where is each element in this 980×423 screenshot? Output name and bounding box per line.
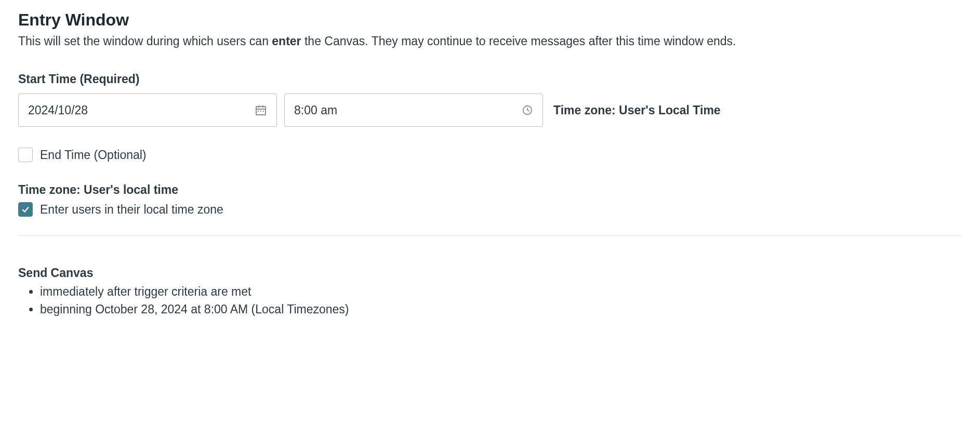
start-time-value: 8:00 am	[294, 103, 522, 117]
send-canvas-item: beginning October 28, 2024 at 8:00 AM (L…	[40, 301, 962, 318]
start-time-input[interactable]: 8:00 am	[284, 94, 543, 127]
svg-line-9	[527, 110, 529, 111]
entry-window-desc-suffix: the Canvas. They may continue to receive…	[301, 34, 736, 48]
send-canvas-title: Send Canvas	[18, 266, 962, 280]
end-time-checkbox[interactable]	[18, 148, 33, 162]
end-time-checkbox-row: End Time (Optional)	[18, 148, 962, 162]
timezone-section-label: Time zone: User's local time	[18, 183, 962, 197]
send-canvas-list: immediately after trigger criteria are m…	[18, 283, 962, 318]
end-time-checkbox-label: End Time (Optional)	[40, 148, 147, 162]
svg-rect-5	[260, 111, 261, 112]
timezone-checkbox-label: Enter users in their local time zone	[40, 203, 223, 217]
entry-window-title: Entry Window	[18, 10, 962, 30]
timezone-checkbox-row: Enter users in their local time zone	[18, 202, 962, 217]
send-canvas-item: immediately after trigger criteria are m…	[40, 283, 962, 300]
entry-window-desc-prefix: This will set the window during which us…	[18, 34, 272, 48]
section-divider	[18, 235, 962, 236]
start-time-timezone-label: Time zone: User's Local Time	[553, 103, 721, 117]
timezone-checkbox[interactable]	[18, 202, 33, 217]
calendar-icon	[255, 104, 267, 116]
start-time-row: 2024/10/28 8:00 am Time zone: User's Loc…	[18, 94, 962, 127]
entry-window-description: This will set the window during which us…	[18, 33, 962, 49]
entry-window-desc-bold: enter	[272, 34, 301, 48]
svg-rect-4	[258, 111, 259, 112]
start-time-label: Start Time (Required)	[18, 72, 962, 86]
svg-rect-6	[263, 111, 264, 112]
start-date-value: 2024/10/28	[28, 103, 255, 117]
start-date-input[interactable]: 2024/10/28	[18, 94, 277, 127]
clock-icon	[522, 104, 533, 116]
